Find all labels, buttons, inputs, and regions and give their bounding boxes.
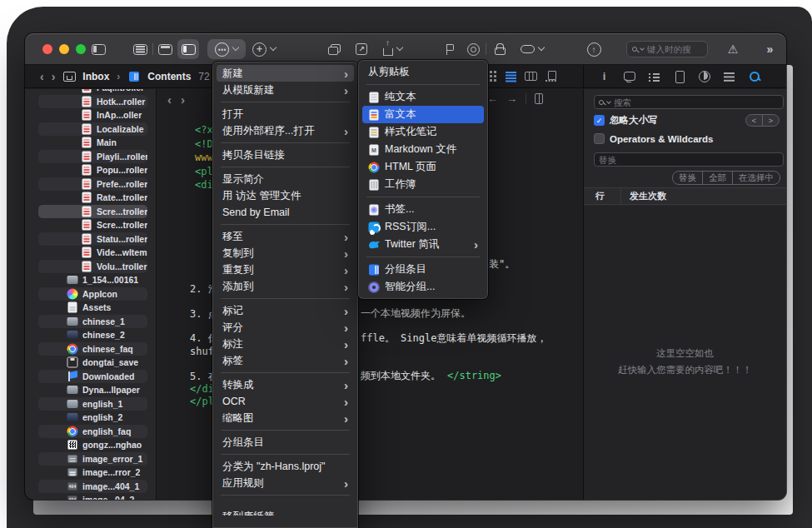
more-menu-button[interactable] [207,39,246,59]
list-item[interactable]: Vide...wItem [38,246,147,260]
list-item[interactable]: Volu...troller [38,260,147,274]
cloud-upload-icon[interactable] [585,33,603,65]
menu-item[interactable]: 移到废纸篓 [217,499,354,516]
left-panel-icon[interactable] [177,39,199,59]
list-item[interactable]: Statu...roller [38,232,147,247]
comment-icon[interactable] [623,70,635,82]
list-rows-icon[interactable] [132,33,148,65]
list-item[interactable]: dongtai_save [38,356,147,370]
info-icon[interactable] [598,70,610,82]
list-item[interactable]: image...404_1 [38,480,147,494]
breadcrumb-item-inbox[interactable]: Inbox [82,71,109,82]
submenu-item[interactable]: 分组条目 [362,261,484,278]
submenu-item[interactable]: Markdown 文件 [362,141,484,158]
list-item[interactable]: AppIcon [38,287,147,301]
list-view-icon[interactable] [505,70,517,82]
operators-option[interactable]: Operators & Wildcards [594,133,714,144]
menu-item[interactable]: 使用外部程序...打开 [217,122,354,139]
list-item[interactable]: Playli...roller [38,150,147,164]
menu-item[interactable]: 用 访达 管理文件 [217,187,354,204]
add-menu-button[interactable] [250,33,278,65]
book-icon[interactable] [535,93,543,104]
warning-icon[interactable] [725,33,741,65]
menu-item[interactable]: 标记 [217,302,354,319]
list-item[interactable]: chinese_1 [38,315,147,329]
wrap-right-icon[interactable]: → [506,92,517,105]
menu-item[interactable]: 评分 [217,319,354,336]
submenu-item[interactable]: 富文本 [362,106,484,123]
back-button[interactable]: ‹ [40,70,44,83]
replace-in-selection-button[interactable]: 在选择中 [732,172,780,184]
menu-item[interactable]: 复制到 [217,245,354,262]
close-button[interactable] [42,44,52,54]
list-item[interactable]: image...rror_2 [38,466,147,480]
list-item[interactable]: Localizable [38,122,147,137]
find-field[interactable] [594,95,784,109]
list-item[interactable]: image...04_2 [38,493,147,500]
submenu-item[interactable]: Twitter 简讯 [362,236,484,253]
checkbox-unchecked-icon[interactable] [594,133,605,144]
checkbox-checked-icon[interactable] [594,115,605,126]
menu-item[interactable]: 分组条目 [217,434,354,451]
list-item[interactable]: Assets [38,301,147,315]
list-item[interactable]: Rate...troller [38,191,147,205]
list-item[interactable]: image_error_1 [38,452,147,466]
menu-item[interactable]: 缩略图 [217,410,354,426]
menu-item[interactable]: 移至 [217,228,354,245]
list-item[interactable]: Faq...troller [38,89,147,95]
menu-item[interactable]: 转换成 [217,376,354,393]
find-input[interactable] [614,97,779,107]
list-item[interactable]: chinese_faq [38,342,147,356]
ignore-case-option[interactable]: 忽略大小写 [594,114,658,127]
document-icon[interactable] [673,70,685,82]
page-back-button[interactable]: ‹ [167,92,172,107]
forward-button[interactable]: › [52,70,56,83]
menu-item[interactable]: OCR [217,393,354,410]
list-item[interactable]: chinese_2 [38,328,147,342]
menu-item[interactable]: 添加到 [217,278,354,295]
column-line[interactable]: 行 [584,190,620,202]
submenu-item[interactable]: 书签... [362,201,484,218]
page-forward-button[interactable]: › [181,92,185,107]
menu-item[interactable]: Send by Email [217,204,354,221]
menu-item[interactable]: 从模版新建 [217,82,354,98]
list-item[interactable]: english_1 [38,397,147,411]
replace-all-button[interactable]: 全部 [702,172,732,184]
column-occurrences[interactable]: 发生次数 [621,190,666,202]
previous-match-button[interactable]: < [745,114,763,127]
submenu-item[interactable]: 从剪贴板 [362,63,484,81]
submenu-item[interactable]: RSS订阅... [362,218,484,236]
toolbar-search-input[interactable] [647,44,702,54]
list-item[interactable]: Main [38,136,147,150]
contrast-icon[interactable] [698,70,710,82]
menu-item[interactable]: 新建 [217,65,354,82]
more-chevrons-icon[interactable]: » [761,33,778,65]
list-item[interactable]: InAp...oller [38,108,147,122]
lock-icon[interactable] [491,33,506,65]
submenu-item[interactable]: 工作簿 [362,176,484,193]
submenu-item[interactable]: 纯文本 [362,88,484,106]
list-item[interactable]: english_2 [38,411,147,425]
replace-button[interactable]: 替换 [673,172,702,184]
list-item[interactable]: Popu...roller [38,163,147,177]
wrap-left-icon[interactable]: ← [487,92,498,105]
menu-item[interactable]: 分类为 "zh-Hans.lproj" [217,458,354,475]
outline-icon[interactable] [648,70,660,82]
menu-item[interactable]: 重复到 [217,262,354,278]
duplicate-icon[interactable] [325,33,343,65]
replace-field[interactable] [594,152,784,167]
menu-item[interactable]: 标签 [217,352,354,369]
top-panel-icon[interactable] [157,33,173,65]
list-item[interactable]: gongz...nghao [38,438,147,452]
list-item[interactable]: Prefe...roller [38,177,147,192]
breadcrumb-item-contents[interactable]: Contents [147,71,191,82]
menu-item[interactable]: 应用规则 [217,475,354,491]
list-item[interactable]: 1_154...00161 [38,273,147,287]
menu-item[interactable]: 打开 [217,106,354,122]
list-item[interactable]: Scre...troller [38,218,147,232]
toolbar-search-field[interactable] [626,41,708,57]
column-view-icon[interactable] [525,70,537,82]
sidebar-toggle-icon[interactable] [90,33,107,65]
list-item[interactable]: english_faq [38,425,147,439]
replace-input[interactable] [599,155,779,165]
